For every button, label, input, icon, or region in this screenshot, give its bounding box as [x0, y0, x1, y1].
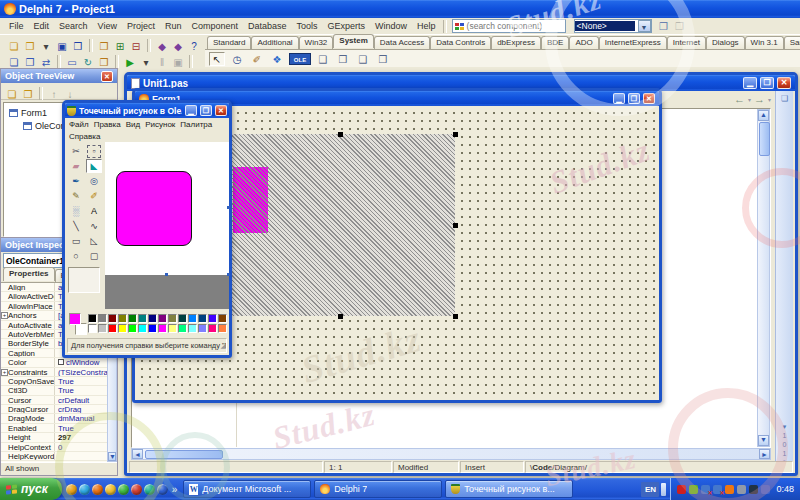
view-unit-icon[interactable]: ❏ [6, 55, 22, 69]
selection-handle[interactable] [338, 314, 343, 319]
scroll-left-icon[interactable]: ◄ [132, 449, 143, 459]
menu-item-gexperts[interactable]: GExperts [323, 20, 371, 32]
editor-vscrollbar[interactable]: ▲ ▼ [757, 109, 770, 447]
quick-launch-icon-5[interactable] [118, 484, 129, 495]
close-icon[interactable]: ✕ [643, 93, 655, 104]
property-value[interactable]: (TSizeConstrain [55, 368, 107, 376]
move-up-icon[interactable]: ↑ [46, 87, 62, 101]
tray-icon-8[interactable] [761, 485, 770, 494]
minimize-icon[interactable]: ▁ [613, 93, 625, 104]
property-row-constraints[interactable]: +Constraints(TSizeConstrain [1, 368, 107, 377]
paint-menu-item-правка[interactable]: Правка [94, 119, 121, 131]
polygon-tool-icon[interactable]: ◺ [86, 234, 102, 248]
open-icon[interactable]: ❐ [22, 39, 38, 53]
palette-tab-dialogs[interactable]: Dialogs [706, 36, 745, 49]
view-diagram-icon[interactable]: ↻ [80, 55, 96, 69]
airbrush-tool-icon[interactable]: ░ [68, 204, 84, 218]
palette-tab-data-controls[interactable]: Data Controls [430, 36, 491, 49]
palette-color-swatch[interactable] [98, 324, 107, 333]
property-value[interactable]: True [55, 424, 107, 432]
minimize-icon[interactable]: ▁ [743, 77, 757, 89]
paint-canvas[interactable] [105, 142, 229, 275]
strip-doc-icon[interactable]: ❏ [776, 94, 793, 103]
property-value[interactable] [55, 452, 107, 460]
tool-options-box[interactable] [68, 267, 100, 293]
palette-color-swatch[interactable] [178, 324, 187, 333]
move-down-icon[interactable]: ↓ [62, 87, 78, 101]
run-dropdown-icon[interactable]: ▾ [138, 55, 154, 69]
selection-handle[interactable] [453, 132, 458, 137]
property-row-color[interactable]: ColorclWindow [1, 358, 107, 367]
property-row-dragcursor[interactable]: DragCursorcrDrag [1, 405, 107, 414]
pencil-tool-icon[interactable]: ✎ [68, 189, 84, 203]
palette-color-swatch[interactable] [198, 324, 207, 333]
palette-color-swatch[interactable] [208, 314, 217, 323]
property-row-ctl3d[interactable]: Ctl3DTrue [1, 386, 107, 395]
ddeserverconv-component-icon[interactable]: ❑ [355, 52, 371, 66]
property-row-dragmode[interactable]: DragModedmManual [1, 414, 107, 423]
property-value[interactable]: dmManual [55, 414, 107, 422]
open-file-icon[interactable]: ❐ [96, 55, 112, 69]
property-value[interactable]: True [55, 386, 107, 394]
property-value[interactable]: True [55, 377, 107, 385]
maximize-icon[interactable]: ❒ [760, 77, 774, 89]
step-icon[interactable]: ▣ [170, 55, 186, 69]
delete-item-icon[interactable]: ❐ [20, 87, 36, 101]
bottom-tab-code[interactable]: Code [532, 463, 552, 472]
tray-icon-2[interactable] [689, 485, 698, 494]
language-indicator[interactable]: EN [641, 482, 659, 497]
desktop-speedsetting-combo[interactable]: <None> ▼ [574, 19, 652, 33]
quick-launch-icon-4[interactable] [105, 484, 116, 495]
paintbox-component-icon[interactable]: ✐ [249, 52, 265, 66]
text-tool-icon[interactable]: A [86, 204, 102, 218]
minimize-icon[interactable]: ▁ [185, 105, 197, 116]
property-row-enabled[interactable]: EnabledTrue [1, 424, 107, 433]
task-button[interactable]: Точечный рисунок в... [445, 480, 573, 498]
bottom-tab-diagram[interactable]: Diagram [554, 463, 584, 472]
ellipse-tool-icon[interactable]: ○ [68, 249, 84, 263]
palette-tab-system[interactable]: System [333, 34, 373, 48]
olecontainer-component-icon[interactable]: OLE [289, 53, 311, 65]
menu-item-help[interactable]: Help [412, 20, 441, 32]
language-bar-handle[interactable] [661, 483, 666, 496]
menu-item-file[interactable]: File [4, 20, 29, 32]
remove-file-icon[interactable]: ⊟ [128, 39, 144, 53]
menu-item-component[interactable]: Component [186, 20, 243, 32]
combo-dropdown-icon[interactable]: ▼ [638, 20, 651, 32]
inspector-tab-properties[interactable]: Properties [3, 267, 55, 281]
free-form-select-tool-icon[interactable]: ✂ [68, 144, 84, 158]
scroll-right-icon[interactable]: ► [759, 449, 770, 459]
palette-tab-bde[interactable]: BDE [541, 36, 569, 49]
main-titlebar[interactable]: Delphi 7 - Project1 [0, 0, 800, 18]
resize-grip[interactable]: ◢ [221, 339, 226, 352]
eyedropper-tool-icon[interactable]: ✒ [68, 174, 84, 188]
palette-color-swatch[interactable] [218, 324, 227, 333]
curve-tool-icon[interactable]: ∿ [86, 219, 102, 233]
palette-color-swatch[interactable] [138, 324, 147, 333]
scrollbar-thumb[interactable] [759, 122, 770, 156]
paint-menu-item-файл[interactable]: Файл [69, 119, 89, 131]
editor-hscrollbar[interactable]: ◄ ► [131, 448, 771, 460]
menu-item-window[interactable]: Window [370, 20, 412, 32]
timer-component-icon[interactable]: ◷ [229, 52, 245, 66]
selection-handle[interactable] [453, 314, 458, 319]
save-all-icon[interactable]: ❒ [70, 39, 86, 53]
palette-color-swatch[interactable] [108, 324, 117, 333]
palette-color-swatch[interactable] [88, 314, 97, 323]
palette-color-swatch[interactable] [188, 314, 197, 323]
property-row-copyonsave[interactable]: CopyOnSaveTrue [1, 377, 107, 386]
tray-icon-6[interactable] [737, 485, 746, 494]
palette-tab-internet[interactable]: Internet [667, 36, 706, 49]
expand-icon[interactable]: + [1, 312, 8, 319]
help-topic-icon[interactable]: ◆ [170, 39, 186, 53]
menu-item-edit[interactable]: Edit [29, 20, 55, 32]
quick-launch-icon-2[interactable] [79, 484, 90, 495]
palette-color-swatch[interactable] [158, 314, 167, 323]
palette-tab-internetexpress[interactable]: InternetExpress [599, 36, 667, 49]
menu-item-project[interactable]: Project [122, 20, 160, 32]
browse-back-icon[interactable]: ← [734, 92, 745, 106]
expand-icon[interactable]: + [1, 369, 8, 376]
property-value[interactable]: 297 [55, 433, 107, 441]
toggle-form-unit-icon[interactable]: ⇄ [38, 55, 54, 69]
quick-launch-overflow-icon[interactable]: » [172, 484, 178, 495]
